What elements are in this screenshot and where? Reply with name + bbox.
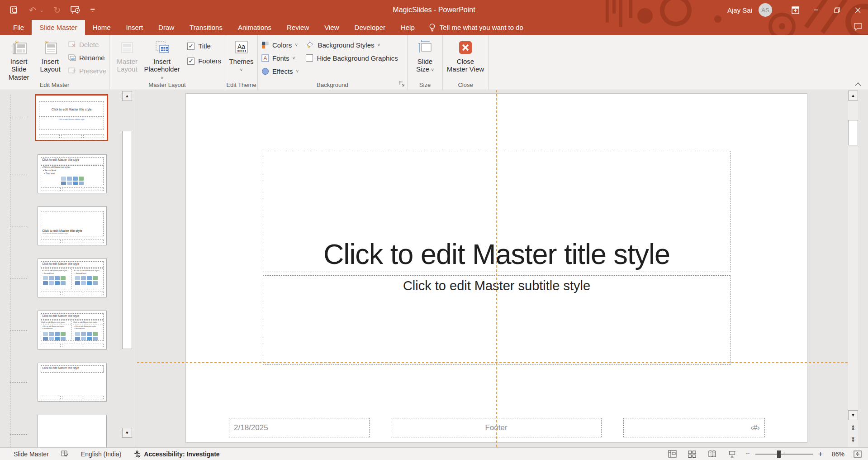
tab-home[interactable]: Home	[85, 20, 119, 35]
tab-slide-master[interactable]: Slide Master	[32, 20, 85, 35]
comments-icon[interactable]	[854, 23, 863, 31]
status-bar: Slide Master English (India) Accessibili…	[0, 447, 868, 460]
tab-insert[interactable]: Insert	[119, 20, 151, 35]
tab-view[interactable]: View	[317, 20, 346, 35]
user-name[interactable]: Ajay Sai	[727, 6, 752, 14]
undo-icon[interactable]: ↶	[29, 6, 36, 14]
effects-icon	[261, 67, 269, 75]
zoom-percentage[interactable]: 86%	[826, 450, 850, 458]
insert-layout-icon: ✳	[43, 39, 58, 56]
chevron-down-icon: ˅	[295, 43, 298, 48]
fonts-button[interactable]: A Fonts˅	[261, 53, 299, 63]
language-label[interactable]: English (India)	[81, 450, 122, 458]
normal-view-icon[interactable]	[662, 448, 682, 460]
thumbnail-row: Click to edit Master title styleClick to…	[0, 206, 107, 245]
vertical-guide[interactable]	[496, 90, 497, 447]
svg-text:A: A	[264, 55, 267, 62]
main-scrollbar[interactable]: ▲ ▼ ▲▲ ▼▼	[848, 90, 858, 447]
customize-qat-icon[interactable]: ▬⌄	[90, 8, 95, 12]
next-slide-icon[interactable]: ▼▼	[848, 434, 858, 446]
layout-thumbnail-title-content[interactable]: Click to edit Master title style • Click…	[38, 154, 107, 193]
insert-placeholder-button[interactable]: Insert Placeholder ˅	[141, 38, 183, 82]
fit-slide-to-window-icon[interactable]	[850, 448, 865, 460]
chevron-down-icon: ˅	[378, 43, 380, 48]
ribbon-display-options-icon[interactable]	[785, 0, 806, 20]
delete-button[interactable]: Delete	[68, 39, 106, 50]
fonts-icon: A	[261, 54, 269, 62]
zoom-in-icon[interactable]: +	[815, 450, 826, 459]
redo-icon[interactable]: ↻	[53, 6, 61, 14]
tell-me-box[interactable]: Tell me what you want to do	[422, 20, 530, 35]
themes-button[interactable]: Aa Themes˅	[226, 38, 256, 75]
slide-sorter-view-icon[interactable]	[682, 448, 702, 460]
save-icon[interactable]	[10, 5, 19, 14]
undo-dropdown-icon[interactable]: ⌄	[40, 8, 43, 13]
scroll-up-icon[interactable]: ▲	[848, 91, 858, 101]
layout-thumbnail-two-content[interactable]: Click to edit Master title style • Click…	[38, 259, 107, 297]
tab-review[interactable]: Review	[279, 20, 317, 35]
chevron-down-icon: ˅	[293, 56, 295, 61]
close-master-view-button[interactable]: Close Master View	[444, 38, 487, 75]
tab-file[interactable]: File	[5, 20, 32, 35]
tab-animations[interactable]: Animations	[230, 20, 279, 35]
slide-size-button[interactable]: Slide Size ˅	[408, 38, 442, 75]
hierarchy-connector	[10, 226, 27, 226]
background-styles-button[interactable]: Background Styles˅	[306, 40, 398, 50]
tab-draw[interactable]: Draw	[151, 20, 182, 35]
colors-button[interactable]: Colors˅	[261, 40, 299, 50]
background-styles-icon	[306, 41, 314, 49]
insert-slide-master-button[interactable]: ✳ Insert Slide Master	[3, 38, 35, 82]
chevron-down-icon: ˅	[161, 76, 163, 81]
close-button[interactable]	[847, 0, 868, 20]
layout-thumbnail-title-only[interactable]: Click to edit Master title style	[38, 363, 107, 402]
chevron-down-icon: ˅	[240, 67, 243, 72]
collapse-ribbon-icon[interactable]	[853, 81, 863, 88]
delete-icon	[68, 41, 76, 48]
insert-layout-button[interactable]: ✳ Insert Layout	[35, 38, 66, 75]
ribbon-tabs: FileSlide MasterHomeInsertDrawTransition…	[0, 20, 530, 35]
zoom-slider-thumb[interactable]	[777, 450, 781, 458]
group-label-background: Background	[258, 81, 407, 88]
zoom-slider[interactable]	[755, 454, 813, 455]
thumb-footer-placeholders	[41, 396, 104, 399]
horizontal-guide[interactable]	[137, 362, 848, 363]
slideshow-view-icon[interactable]	[722, 448, 742, 460]
zoom-out-icon[interactable]: −	[742, 450, 754, 459]
tab-help[interactable]: Help	[393, 20, 422, 35]
scrollbar-thumb[interactable]	[122, 131, 132, 349]
previous-slide-icon[interactable]: ▲▲	[848, 421, 858, 433]
effects-button[interactable]: Effects˅	[261, 66, 299, 76]
layout-thumbnail-section[interactable]: Click to edit Master title styleClick to…	[38, 206, 107, 245]
avatar[interactable]: AS	[759, 3, 772, 17]
title-checkbox[interactable]: ✓ Title	[187, 42, 221, 50]
minimize-button[interactable]	[806, 0, 826, 20]
slide-number-placeholder[interactable]: ‹#›	[623, 418, 765, 437]
preserve-button[interactable]: Preserve	[68, 66, 106, 76]
restore-button[interactable]	[826, 0, 847, 20]
thumbnail-row: Click to edit Master title style • Click…	[0, 259, 107, 297]
date-placeholder[interactable]: 2/18/2025	[229, 418, 370, 437]
tab-transitions[interactable]: Transitions	[182, 20, 230, 35]
slide-master-thumbnail[interactable]: Click to edit Master title style Click t…	[35, 94, 108, 141]
chevron-down-icon: ˅	[296, 69, 299, 74]
themes-icon: Aa	[234, 39, 249, 56]
view-label[interactable]: Slide Master	[14, 450, 49, 458]
scroll-down-icon[interactable]: ▼	[122, 428, 132, 438]
scroll-up-icon[interactable]: ▲	[122, 91, 132, 101]
rename-button[interactable]: ab Rename	[68, 53, 106, 63]
spell-check-icon[interactable]	[61, 450, 69, 458]
footers-checkbox[interactable]: ✓ Footers	[187, 57, 221, 65]
thumbnail-scrollbar[interactable]: ▲ ▼	[122, 90, 132, 447]
thumb-footer-placeholders	[41, 187, 104, 191]
tab-developer[interactable]: Developer	[347, 20, 393, 35]
group-edit-theme: Aa Themes˅ Edit Theme	[225, 35, 258, 90]
layout-thumbnail-comparison[interactable]: Click to edit Master title style Click t…	[38, 311, 107, 350]
reading-view-icon[interactable]	[702, 448, 722, 460]
accessibility-status[interactable]: Accessibility: Investigate	[133, 450, 219, 458]
scrollbar-thumb[interactable]	[848, 120, 858, 145]
hide-background-graphics-checkbox[interactable]: Hide Background Graphics	[306, 53, 398, 63]
start-from-beginning-icon[interactable]	[71, 6, 81, 14]
scroll-down-icon[interactable]: ▼	[848, 410, 858, 420]
chevron-down-icon: ˅	[431, 67, 434, 72]
master-layout-button[interactable]: Master Layout	[113, 38, 141, 75]
